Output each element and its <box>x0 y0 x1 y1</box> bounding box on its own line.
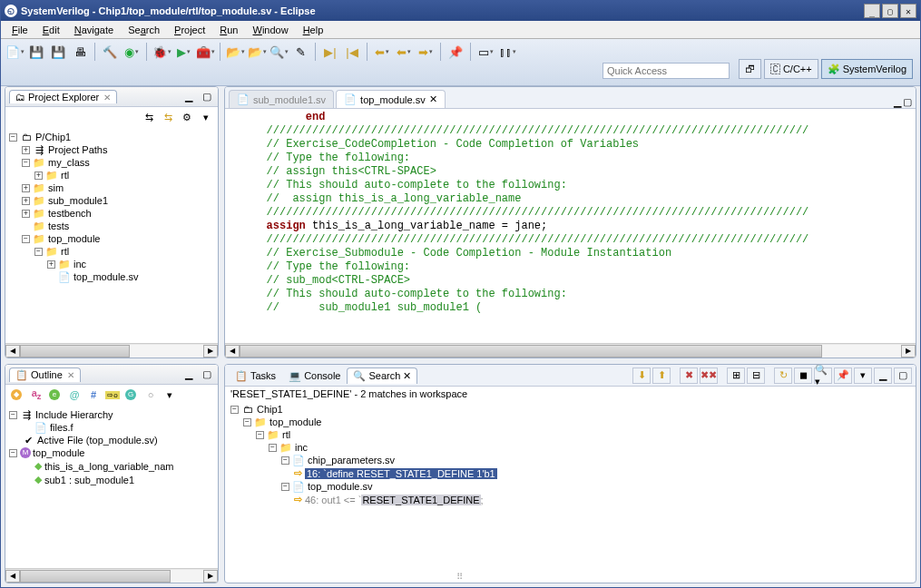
outline-filter-button[interactable]: ◆ <box>9 387 25 403</box>
tree-item-top-rtl[interactable]: −rtl <box>9 245 214 258</box>
expand-all-button[interactable]: ⊞ <box>727 368 745 384</box>
outline-files-f[interactable]: files.f <box>9 421 214 434</box>
remove-match-button[interactable]: ✖ <box>680 368 698 384</box>
tree-item-sim[interactable]: +sim <box>9 181 214 194</box>
last-edit-button[interactable]: ⬅ <box>372 42 392 62</box>
outline-active-file[interactable]: ✔Active File (top_module.sv) <box>9 434 214 446</box>
outline-sort-button[interactable]: az <box>28 387 44 403</box>
outline-g-button[interactable]: G <box>123 387 140 403</box>
collapse-all-button[interactable]: ⇆ <box>141 109 157 125</box>
menu-search[interactable]: Search <box>121 23 167 37</box>
view-menu-button[interactable]: ▾ <box>854 368 872 384</box>
maximize-button[interactable]: ▢ <box>882 4 898 18</box>
search-hit-1[interactable]: ⇨16: `define RESET_STATE1_DEFINE 1'b1 <box>230 466 910 480</box>
pin-button[interactable]: 📌 <box>446 42 465 62</box>
editor-tab-sub-module1[interactable]: 📄sub_module1.sv <box>229 90 334 108</box>
menu-file[interactable]: File <box>5 23 35 37</box>
editor-presentation-button[interactable]: ▭ <box>475 42 495 62</box>
perspective-systemverilog[interactable]: 🧩SystemVerilog <box>821 59 913 79</box>
outline-dot-button[interactable]: ○ <box>142 387 159 403</box>
search-tab[interactable]: 🔍Search✕ <box>347 368 417 384</box>
tree-item-top-file[interactable]: top_module.sv <box>9 270 214 283</box>
search-tree-chip1[interactable]: −🗀Chip1 <box>230 403 910 416</box>
search-hit-2[interactable]: ⇨46: out1 <= `RESET_STATE1_DEFINE; <box>230 493 910 506</box>
minimize-icon[interactable]: ▁ <box>894 96 901 108</box>
outline-scrollbar[interactable]: ◀▶ <box>5 568 218 583</box>
toggle-mark-button[interactable]: ✎ <box>290 42 310 62</box>
link-editor-button[interactable]: ⇆ <box>160 109 176 125</box>
new-button[interactable]: 📄 <box>5 42 24 62</box>
history-button[interactable]: 🔍▾ <box>814 368 832 384</box>
drag-handle[interactable]: ⠿ <box>456 572 465 582</box>
show-whitespace-button[interactable]: ⫿⫿ <box>497 42 517 62</box>
filters-button[interactable]: ⚙ <box>179 109 195 125</box>
next-match-button[interactable]: ⬇ <box>632 368 651 384</box>
tree-item-my-class-rtl[interactable]: +rtl <box>9 169 214 181</box>
maximize-icon[interactable]: ▢ <box>200 90 214 104</box>
tree-root[interactable]: −🗀P/Chip1 <box>9 131 214 143</box>
outline-io-button[interactable]: ⇨o <box>104 387 121 403</box>
next-annotation-button[interactable]: ▶| <box>320 42 340 62</box>
collapse-all-button[interactable]: ⊟ <box>747 368 765 384</box>
outline-at-button[interactable]: @ <box>66 387 83 403</box>
tree-item-inc[interactable]: +inc <box>9 258 214 270</box>
close-icon[interactable]: ✕ <box>403 370 411 382</box>
close-button[interactable]: ✕ <box>900 4 916 18</box>
close-icon[interactable]: ✕ <box>67 370 74 380</box>
close-icon[interactable]: ✕ <box>429 93 437 105</box>
menu-project[interactable]: Project <box>167 23 212 37</box>
view-menu-button[interactable]: ▾ <box>198 109 214 125</box>
cancel-button[interactable]: ◼ <box>794 368 812 384</box>
tree-item-testbench[interactable]: +testbench <box>9 207 214 220</box>
minimize-icon[interactable]: ▁ <box>181 368 196 382</box>
ext-tools-button[interactable]: 🧰 <box>195 42 215 62</box>
editor-tab-top-module[interactable]: 📄top_module.sv✕ <box>336 90 446 108</box>
minimize-icon[interactable]: ▁ <box>181 90 196 104</box>
outline-menu-button[interactable]: ▾ <box>162 387 178 403</box>
maximize-icon[interactable]: ▢ <box>200 368 214 382</box>
quick-access-input[interactable] <box>603 63 730 79</box>
prev-annotation-button[interactable]: |◀ <box>342 42 362 62</box>
tree-item-my-class[interactable]: −my_class <box>9 156 214 169</box>
menu-help[interactable]: Help <box>296 23 331 37</box>
tree-item-top-module[interactable]: −top_module <box>9 232 214 245</box>
search-tree-chip-params[interactable]: −chip_parameters.sv <box>230 454 910 466</box>
menu-window[interactable]: Window <box>245 23 295 37</box>
new-class-button[interactable]: 📂 <box>225 42 245 62</box>
menu-navigate[interactable]: Navigate <box>67 23 121 37</box>
save-button[interactable]: 💾 <box>26 42 46 62</box>
outline-sub1[interactable]: ◆sub1 : sub_module1 <box>9 473 214 486</box>
menu-edit[interactable]: Edit <box>35 23 67 37</box>
outline-tab[interactable]: 📋 Outline ✕ <box>9 368 81 382</box>
toggle-button[interactable]: ◉ <box>122 42 142 62</box>
maximize-icon[interactable]: ▢ <box>894 368 912 384</box>
prev-match-button[interactable]: ⬆ <box>652 368 671 384</box>
maximize-icon[interactable]: ▢ <box>903 96 912 108</box>
tasks-tab[interactable]: 📋Tasks <box>229 368 282 384</box>
pin-button[interactable]: 📌 <box>834 368 852 384</box>
tree-item-tests[interactable]: tests <box>9 220 214 232</box>
search-tree-top-sv[interactable]: −top_module.sv <box>230 480 910 493</box>
debug-button[interactable]: 🐞 <box>152 42 171 62</box>
remove-all-button[interactable]: ✖✖ <box>700 368 718 384</box>
forward-button[interactable]: ➡ <box>416 42 436 62</box>
search-tree-rtl[interactable]: −rtl <box>230 428 910 441</box>
minimize-icon[interactable]: ▁ <box>874 368 892 384</box>
tree-item-sub-module1[interactable]: +sub_module1 <box>9 194 214 207</box>
build-button[interactable]: 🔨 <box>100 42 120 62</box>
minimize-button[interactable]: _ <box>864 4 880 18</box>
menu-run[interactable]: Run <box>212 23 245 37</box>
open-perspective-button[interactable]: 🗗 <box>739 59 761 79</box>
outline-include-hierarchy[interactable]: −⇶Include Hierarchy <box>9 408 214 421</box>
scrollbar[interactable]: ◀▶ <box>5 343 218 358</box>
perspective-ccpp[interactable]: 🇨C/C++ <box>764 59 818 79</box>
tree-item-project-paths[interactable]: +⇶Project Paths <box>9 143 214 156</box>
outline-hash-button[interactable]: # <box>85 387 102 403</box>
outline-top-module[interactable]: −Mtop_module <box>9 446 214 459</box>
search-tree-inc[interactable]: −inc <box>230 441 910 454</box>
console-tab[interactable]: 💻Console <box>282 368 347 384</box>
rerun-button[interactable]: ↻ <box>774 368 792 384</box>
run-button[interactable]: ▶ <box>173 42 193 62</box>
project-explorer-tab[interactable]: 🗂 Project Explorer ✕ <box>9 90 117 103</box>
search-button[interactable]: 🔍 <box>269 42 289 62</box>
